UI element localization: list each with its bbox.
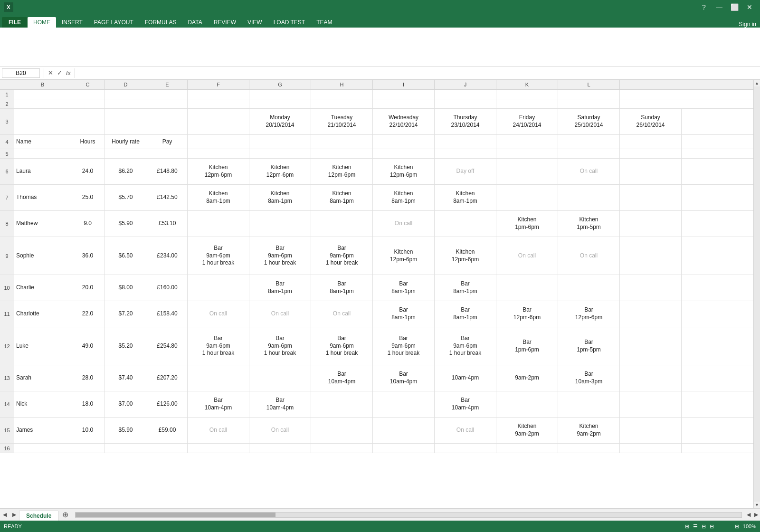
cell-i16[interactable] [373,444,435,453]
cell-b1[interactable] [14,90,71,99]
cell-d3[interactable] [104,109,147,134]
cell-b14-nick[interactable]: Nick [14,391,71,417]
tab-insert[interactable]: INSERT [56,17,88,28]
cell-c10[interactable]: 20.0 [71,275,104,301]
cell-e9[interactable]: £234.00 [147,237,188,275]
cell-j15-fri[interactable]: On call [435,418,496,443]
cell-h9-wed[interactable]: Bar9am-6pm1 hour break [311,237,373,275]
cell-e12[interactable]: £254.80 [147,327,188,365]
tab-data[interactable]: DATA [182,17,208,28]
col-header-j[interactable]: J [435,80,496,89]
cell-h15-wed[interactable] [311,418,373,443]
tab-load-test[interactable]: LOAD TEST [268,17,311,28]
cell-j11-fri[interactable]: Bar8am-1pm [435,301,496,327]
cell-c12[interactable]: 49.0 [71,327,104,365]
cell-c16[interactable] [71,444,104,453]
cell-l1[interactable] [558,90,620,99]
cell-c2[interactable] [71,99,104,108]
cell-h10-wed[interactable]: Bar8am-1pm [311,275,373,301]
cell-k8-sat[interactable]: Kitchen1pm-6pm [496,211,558,237]
cell-l9-sun[interactable]: On call [558,237,620,275]
cell-j13-fri[interactable]: 10am-4pm [435,365,496,391]
cell-m15[interactable] [620,418,682,443]
cell-j16[interactable] [435,444,496,453]
cell-f6-mon[interactable]: Kitchen12pm-6pm [188,159,249,184]
cell-l11-sun[interactable]: Bar12pm-6pm [558,301,620,327]
cell-l10-sun[interactable] [558,275,620,301]
col-header-k[interactable]: K [496,80,558,89]
cell-e7[interactable]: £142.50 [147,185,188,210]
col-header-d[interactable]: D [104,80,147,89]
cell-j10-fri[interactable]: Bar8am-1pm [435,275,496,301]
cell-m14[interactable] [620,391,682,417]
cell-f10-mon[interactable] [188,275,249,301]
cell-l3-saturday[interactable]: Saturday25/10/2014 [558,109,620,134]
cell-d9[interactable]: $6.50 [104,237,147,275]
cell-c9[interactable]: 36.0 [71,237,104,275]
cell-h13-wed[interactable]: Bar10am-4pm [311,365,373,391]
cell-e4-pay[interactable]: Pay [147,135,188,149]
col-header-h[interactable]: H [311,80,373,89]
cell-b2[interactable] [14,99,71,108]
sheet-nav-left[interactable]: ◀ [0,512,10,518]
cell-i11-thu[interactable]: Bar8am-1pm [373,301,435,327]
cell-b11-charlotte[interactable]: Charlotte [14,301,71,327]
cell-h14-wed[interactable] [311,391,373,417]
cell-e10[interactable]: £160.00 [147,275,188,301]
cell-m16[interactable] [620,444,682,453]
cell-j14-fri[interactable]: Bar10am-4pm [435,391,496,417]
cell-k5[interactable] [496,149,558,158]
cell-c7[interactable]: 25.0 [71,185,104,210]
cell-i8-thu[interactable]: On call [373,211,435,237]
cell-m7[interactable] [620,185,682,210]
page-break-icon[interactable]: ⊟ [702,523,706,530]
cell-m9[interactable] [620,237,682,275]
cell-e14[interactable]: £126.00 [147,391,188,417]
cell-g3-monday[interactable]: Monday20/10/2014 [249,109,311,134]
cell-j2[interactable] [435,99,496,108]
col-header-e[interactable]: E [147,80,188,89]
function-icon[interactable]: fx [66,69,71,76]
cell-k11-sat[interactable]: Bar12pm-6pm [496,301,558,327]
cell-f9-mon[interactable]: Bar9am-6pm1 hour break [188,237,249,275]
cell-h2[interactable] [311,99,373,108]
cell-g5[interactable] [249,149,311,158]
cell-c6[interactable]: 24.0 [71,159,104,184]
cell-k16[interactable] [496,444,558,453]
cell-b7-thomas[interactable]: Thomas [14,185,71,210]
cell-f11-mon[interactable]: On call [188,301,249,327]
cell-m8[interactable] [620,211,682,237]
scroll-track[interactable] [754,86,760,502]
cell-b13-sarah[interactable]: Sarah [14,365,71,391]
cell-e6[interactable]: £148.80 [147,159,188,184]
cell-b9-sophie[interactable]: Sophie [14,237,71,275]
cell-e2[interactable] [147,99,188,108]
cell-c8[interactable]: 9.0 [71,211,104,237]
cancel-formula-icon[interactable]: ✕ [48,69,53,76]
scroll-right-icon[interactable]: ▶ [752,512,760,518]
cell-b4-name[interactable]: Name [14,135,71,149]
formula-input[interactable] [79,68,758,78]
cell-d7[interactable]: $5.70 [104,185,147,210]
cell-l7-sun[interactable] [558,185,620,210]
cell-l4[interactable] [558,135,620,149]
cell-k10-sat[interactable] [496,275,558,301]
cell-l2[interactable] [558,99,620,108]
cell-m10[interactable] [620,275,682,301]
scroll-down-button[interactable]: ▼ [754,502,760,508]
cell-m5[interactable] [620,149,682,158]
cell-i9-thu[interactable]: Kitchen12pm-6pm [373,237,435,275]
cell-h7-wed[interactable]: Kitchen8am-1pm [311,185,373,210]
cell-m3-sunday[interactable]: Sunday26/10/2014 [620,109,682,134]
cell-l8-sun[interactable]: Kitchen1pm-5pm [558,211,620,237]
cell-f14-mon[interactable]: Bar10am-4pm [188,391,249,417]
cell-k7-sat[interactable] [496,185,558,210]
cell-k2[interactable] [496,99,558,108]
cell-i7-thu[interactable]: Kitchen8am-1pm [373,185,435,210]
tab-team[interactable]: TEAM [311,17,338,28]
cell-e15[interactable]: £59.00 [147,418,188,443]
cell-i4[interactable] [373,135,435,149]
cell-d8[interactable]: $5.90 [104,211,147,237]
cell-i15-thu[interactable] [373,418,435,443]
cell-k6-sat[interactable] [496,159,558,184]
